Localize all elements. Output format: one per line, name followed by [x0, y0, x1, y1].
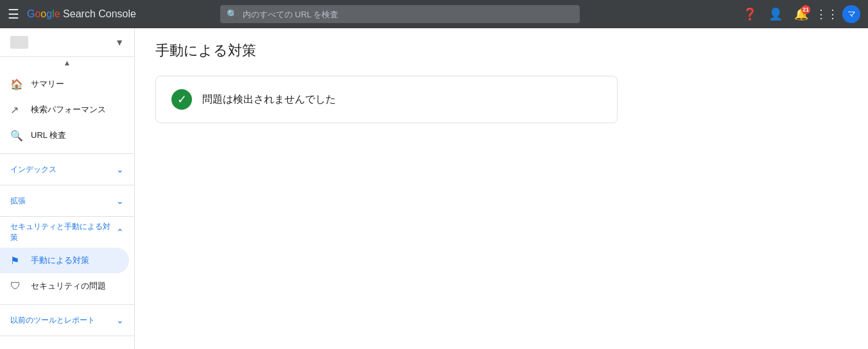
index-section-label: インデックス	[10, 164, 111, 175]
divider-1	[0, 153, 134, 154]
sidebar-section-enhance[interactable]: 拡張 ⌄	[0, 188, 134, 214]
sidebar-item-summary[interactable]: 🏠 サマリー	[0, 71, 129, 97]
sidebar-bottom-section: ⚭ リンク ⚙ 設定	[0, 339, 134, 349]
main-layout: ▼ ▲ 🏠 サマリー ↗ 検索パフォーマンス 🔍 URL 検査 インデックス ⌄	[0, 28, 868, 349]
notification-badge: 21	[801, 5, 810, 14]
flag-icon: ⚑	[10, 255, 23, 267]
trending-icon: ↗	[10, 104, 23, 116]
sidebar-item-security-issues[interactable]: 🛡 セキュリティの問題	[0, 273, 129, 299]
home-icon: 🏠	[10, 78, 23, 90]
help-icon[interactable]: ❓	[740, 4, 760, 24]
main-content: 手動による対策 ✓ 問題は検出されませんでした	[135, 28, 868, 349]
sidebar-item-label: URL 検査	[31, 130, 66, 141]
property-chevron-icon: ▼	[115, 37, 124, 47]
shield-icon: 🛡	[10, 280, 23, 292]
search-input[interactable]	[243, 10, 573, 19]
sidebar: ▼ ▲ 🏠 サマリー ↗ 検索パフォーマンス 🔍 URL 検査 インデックス ⌄	[0, 28, 135, 349]
success-icon: ✓	[171, 89, 192, 110]
divider-5	[0, 336, 134, 336]
scroll-up-icon: ▲	[64, 58, 71, 67]
top-navigation: ☰ Google Search Console 🔍 ❓ 👤 🔔 21 ⋮⋮ マ	[0, 0, 868, 28]
sidebar-item-label: セキュリティの問題	[31, 280, 106, 292]
sidebar-section-legacy[interactable]: 以前のツールとレポート ⌄	[0, 307, 134, 333]
magnify-icon: 🔍	[10, 130, 23, 142]
success-message: 問題は検出されませんでした	[202, 93, 336, 106]
legacy-section-label: 以前のツールとレポート	[10, 315, 111, 326]
notifications-icon[interactable]: 🔔 21	[791, 4, 812, 24]
menu-icon[interactable]: ☰	[8, 6, 19, 22]
avatar[interactable]: マ	[842, 5, 860, 23]
search-bar[interactable]: 🔍	[220, 5, 580, 23]
app-logo: Google Search Console	[27, 8, 136, 20]
sidebar-item-label: サマリー	[31, 78, 64, 90]
search-icon: 🔍	[227, 9, 238, 19]
account-icon[interactable]: 👤	[765, 4, 786, 24]
enhance-section-label: 拡張	[10, 196, 111, 207]
security-section-label: セキュリティと手動による対策	[10, 221, 111, 243]
sidebar-item-label: 手動による対策	[31, 255, 89, 266]
page-title: 手動による対策	[155, 41, 847, 60]
chevron-down-icon-2: ⌄	[116, 196, 124, 206]
chevron-down-icon: ⌄	[116, 164, 124, 174]
sidebar-item-url-inspection[interactable]: 🔍 URL 検査	[0, 123, 129, 148]
logo-text: Google Search Console	[27, 8, 136, 20]
chevron-down-icon-3: ⌄	[116, 315, 124, 325]
sidebar-item-label: 検索パフォーマンス	[31, 104, 106, 115]
divider-3	[0, 216, 134, 217]
security-subsection: ⚑ 手動による対策 🛡 セキュリティの問題	[0, 245, 134, 302]
divider-2	[0, 185, 134, 185]
sidebar-item-links[interactable]: ⚭ リンク	[0, 341, 129, 349]
property-thumbnail	[10, 36, 28, 49]
chevron-up-icon: ⌃	[116, 227, 124, 237]
nav-right-actions: ❓ 👤 🔔 21 ⋮⋮ マ	[740, 4, 860, 24]
divider-4	[0, 304, 134, 305]
sidebar-item-manual-actions[interactable]: ⚑ 手動による対策	[0, 248, 129, 273]
sidebar-section-security[interactable]: セキュリティと手動による対策 ⌃	[0, 219, 134, 245]
success-card: ✓ 問題は検出されませんでした	[155, 76, 618, 123]
apps-icon[interactable]: ⋮⋮	[817, 4, 837, 24]
sidebar-section-index[interactable]: インデックス ⌄	[0, 157, 134, 182]
scroll-indicator: ▲	[0, 57, 134, 69]
property-selector[interactable]: ▼	[0, 28, 134, 57]
sidebar-main-section: 🏠 サマリー ↗ 検索パフォーマンス 🔍 URL 検査	[0, 69, 134, 151]
sidebar-item-search-performance[interactable]: ↗ 検索パフォーマンス	[0, 97, 129, 123]
